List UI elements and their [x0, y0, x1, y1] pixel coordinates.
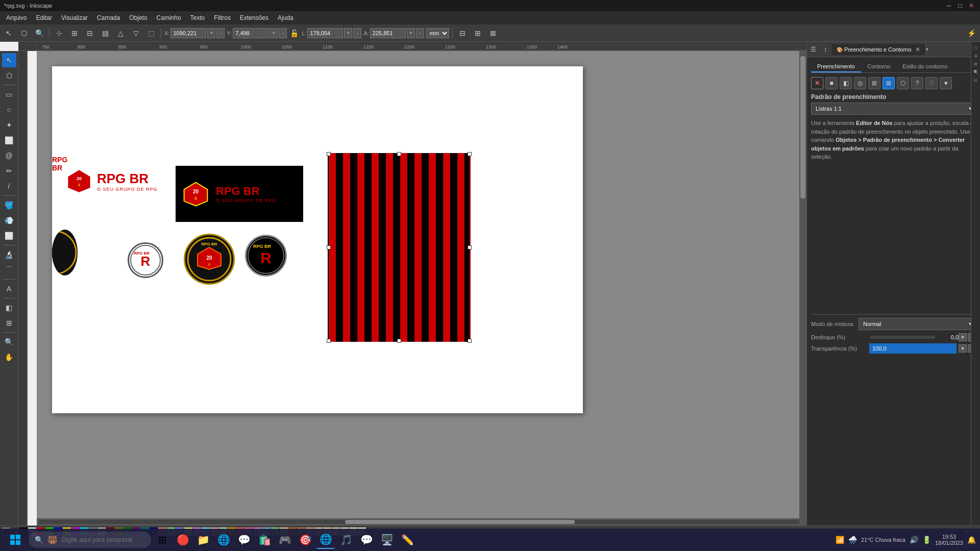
x-minus-btn[interactable]: - — [216, 28, 225, 38]
handle-tl[interactable] — [327, 152, 331, 156]
handle-br[interactable] — [468, 339, 472, 343]
tab-close-icon[interactable]: ✕ — [915, 46, 920, 53]
taskbar-app-files[interactable]: 📁 — [194, 531, 212, 549]
snap-btn3[interactable]: ⊞ — [471, 27, 484, 40]
taskbar-app-security[interactable]: 🔴 — [174, 531, 192, 549]
x-input[interactable] — [170, 28, 206, 38]
panel-arrow-btn[interactable]: ↕ — [819, 43, 831, 56]
notification-icon[interactable]: 🔔 — [967, 536, 976, 544]
edge-icon-4[interactable]: 🔍 — [972, 68, 979, 76]
x-plus-btn[interactable]: + — [207, 28, 215, 38]
handle-mr[interactable] — [468, 245, 472, 249]
rect-tool[interactable]: ▭ — [2, 87, 16, 102]
pan-tool[interactable]: ✋ — [2, 350, 16, 364]
snap-btn[interactable]: ⊹ — [53, 27, 66, 40]
spiral-tool[interactable]: @ — [2, 148, 16, 163]
lock-icon[interactable]: 🔓 — [290, 29, 299, 37]
menu-item-filtros[interactable]: Filtros — [210, 13, 235, 23]
y-plus-btn[interactable]: + — [270, 28, 278, 38]
w-minus-btn[interactable]: - — [353, 28, 361, 38]
clock[interactable]: 19:53 18/01/2023 — [935, 534, 963, 546]
pencil-tool[interactable]: ✏ — [2, 164, 16, 178]
node-tool[interactable]: ⬡ — [2, 68, 16, 83]
transform-btn[interactable]: ⬚ — [144, 27, 158, 40]
menu-item-texto[interactable]: Texto — [186, 13, 209, 23]
3d-box-tool[interactable]: ⬜ — [2, 133, 16, 147]
star-tool[interactable]: ✦ — [2, 118, 16, 132]
taskbar-app-inkscape[interactable]: ✏️ — [398, 531, 416, 549]
w-plus-btn[interactable]: + — [344, 28, 352, 38]
text-tool[interactable]: A — [2, 282, 16, 296]
heart-btn[interactable]: ♡ — [925, 77, 938, 89]
handle-bl[interactable] — [327, 339, 331, 343]
fill-contour-tab[interactable]: 🎨 Preenchimento e Contorno ✕ — [831, 44, 926, 55]
menu-item-caminho[interactable]: Caminho — [153, 13, 185, 23]
menu-item-arquivo[interactable]: Arquivo — [2, 13, 31, 23]
scroll-thumb-h[interactable] — [345, 520, 575, 524]
panel-expand-arrow[interactable]: ▾ — [926, 46, 933, 52]
pattern-select[interactable]: Listras 1:1 Listras 1:2 Xadrez Pontos — [811, 103, 976, 115]
blend-select[interactable]: Normal Multiply Screen Overlay — [859, 318, 976, 330]
taskbar-app-edge[interactable]: 🌐 — [214, 531, 233, 549]
color-pick-tool[interactable]: 🔬 — [2, 247, 16, 262]
menu-item-extensões[interactable]: Extensões — [236, 13, 273, 23]
menu-item-ajuda[interactable]: Ajuda — [274, 13, 298, 23]
menu-item-camada[interactable]: Camada — [93, 13, 124, 23]
eraser-tool[interactable]: ⬜ — [2, 229, 16, 243]
taskbar-search[interactable]: 🔍 🐻 — [29, 532, 151, 548]
transparency-plus-btn[interactable]: + — [959, 344, 967, 353]
flat-fill-btn[interactable]: ■ — [825, 77, 838, 89]
connector-tool[interactable]: ⌒ — [2, 263, 16, 277]
edge-icon-3[interactable]: ⊞ — [972, 60, 979, 67]
blur-plus-btn[interactable]: + — [959, 333, 967, 341]
handle-ml[interactable] — [327, 245, 331, 249]
align-right-btn[interactable]: ▤ — [99, 27, 112, 40]
tab-contorno[interactable]: Contorno — [861, 61, 896, 72]
handle-tr[interactable] — [468, 152, 472, 156]
striped-rectangle[interactable] — [328, 153, 471, 342]
taskbar-app-store[interactable]: 🛍️ — [255, 531, 274, 549]
taskbar-app-spotify[interactable]: 🎵 — [337, 531, 355, 549]
align-left-btn[interactable]: ⊟ — [83, 27, 96, 40]
horizontal-scrollbar[interactable] — [37, 518, 806, 525]
network-icon[interactable]: 📶 — [836, 536, 844, 544]
no-fill-btn[interactable]: ✕ — [811, 77, 823, 89]
unit-select[interactable]: mmpxcmin — [426, 28, 449, 38]
search-input[interactable] — [62, 536, 145, 543]
align-top-btn[interactable]: △ — [114, 27, 127, 40]
snap2-btn[interactable]: ⊞ — [68, 27, 81, 40]
circle-tool[interactable]: ○ — [2, 103, 16, 117]
h-minus-btn[interactable]: - — [416, 28, 424, 38]
snap-btn2[interactable]: ⊟ — [456, 27, 469, 40]
linear-grad-btn[interactable]: ◧ — [840, 77, 852, 89]
mesh-grad-btn[interactable]: ⊞ — [868, 77, 880, 89]
align-bottom-btn[interactable]: ▽ — [129, 27, 142, 40]
tab-estilo-contorno[interactable]: Estilo do contorno — [896, 61, 953, 72]
unknown-fill-btn[interactable]: ? — [911, 77, 923, 89]
menu-item-objeto[interactable]: Objeto — [125, 13, 151, 23]
minimize-button[interactable]: ─ — [944, 1, 953, 10]
weather-icon[interactable]: 🌧️ — [848, 536, 857, 544]
favorite-btn[interactable]: ♥ — [940, 77, 952, 89]
taskbar-app-chat[interactable]: 💬 — [235, 531, 253, 549]
tab-preenchimento[interactable]: Preenchimento — [811, 61, 861, 72]
taskbar-app-steam[interactable]: 🎮 — [276, 531, 294, 549]
h-plus-btn[interactable]: + — [407, 28, 415, 38]
edge-icon-5[interactable]: ⊟ — [972, 77, 979, 84]
taskbar-app-xbox[interactable]: 🎯 — [296, 531, 314, 549]
menu-item-visualizar[interactable]: Visualizar — [57, 13, 92, 23]
battery-icon[interactable]: 🔋 — [922, 536, 931, 544]
edge-icon-1[interactable]: ◻ — [972, 44, 979, 51]
swatch-fill-btn[interactable]: ⬡ — [897, 77, 909, 89]
gradient-tool[interactable]: ◧ — [2, 300, 16, 315]
zoom-tool-btn[interactable]: 🔍 — [33, 27, 46, 40]
select-tool-btn[interactable]: ↖ — [2, 27, 15, 40]
task-view-btn[interactable]: ⊞ — [153, 531, 172, 549]
vscroll-thumb[interactable] — [800, 56, 805, 198]
taskbar-app-chrome[interactable]: 🌐 — [316, 531, 335, 549]
panel-menu-btn[interactable]: ☰ — [807, 43, 819, 56]
start-button[interactable] — [4, 531, 27, 549]
select-tool[interactable]: ↖ — [2, 53, 16, 67]
edge-icon-2[interactable]: ◈ — [972, 52, 979, 59]
zoom-in-tool[interactable]: 🔍 — [2, 335, 16, 349]
